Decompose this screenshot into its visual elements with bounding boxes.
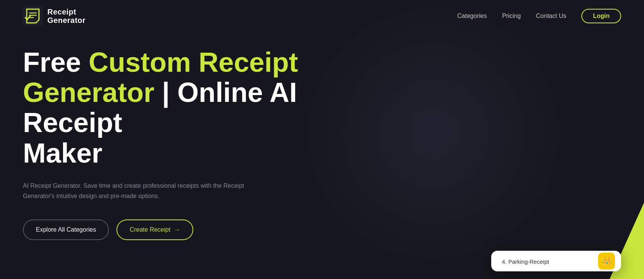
hero-title-generator: Generator bbox=[23, 77, 154, 108]
navbar: Receipt Generator Categories Pricing Con… bbox=[0, 0, 644, 32]
receipt-card-preview: 4. Parking-Receipt 👑 bbox=[491, 251, 621, 271]
logo-icon bbox=[23, 6, 43, 26]
explore-categories-button[interactable]: Explore All Categories bbox=[23, 219, 109, 240]
hero-title-custom: Custom Receipt bbox=[89, 47, 298, 77]
logo-name-line2: Generator bbox=[47, 16, 86, 24]
create-receipt-label: Create Receipt bbox=[129, 226, 170, 233]
receipt-card-crown-icon: 👑 bbox=[598, 253, 615, 269]
hero-title-free: Free bbox=[23, 47, 89, 77]
hero-title-maker: Maker bbox=[23, 138, 102, 168]
login-button[interactable]: Login bbox=[581, 9, 621, 23]
receipt-card-label: 4. Parking-Receipt bbox=[502, 258, 549, 265]
hero-subtitle: AI Receipt Generator. Save time and crea… bbox=[23, 181, 260, 201]
nav-link-categories[interactable]: Categories bbox=[457, 13, 487, 19]
nav-link-contact[interactable]: Contact Us bbox=[536, 13, 566, 19]
card-preview-wrapper: 4. Parking-Receipt 👑 bbox=[484, 203, 644, 279]
nav-link-pricing[interactable]: Pricing bbox=[502, 13, 521, 19]
create-receipt-button[interactable]: Create Receipt → bbox=[117, 219, 193, 240]
logo[interactable]: Receipt Generator bbox=[23, 6, 86, 26]
logo-name-line1: Receipt bbox=[47, 8, 86, 16]
create-receipt-arrow: → bbox=[174, 226, 180, 233]
nav-links: Categories Pricing Contact Us Login bbox=[457, 9, 621, 23]
hero-title: Free Custom Receipt Generator | Online A… bbox=[23, 47, 367, 168]
logo-text: Receipt Generator bbox=[47, 8, 86, 24]
